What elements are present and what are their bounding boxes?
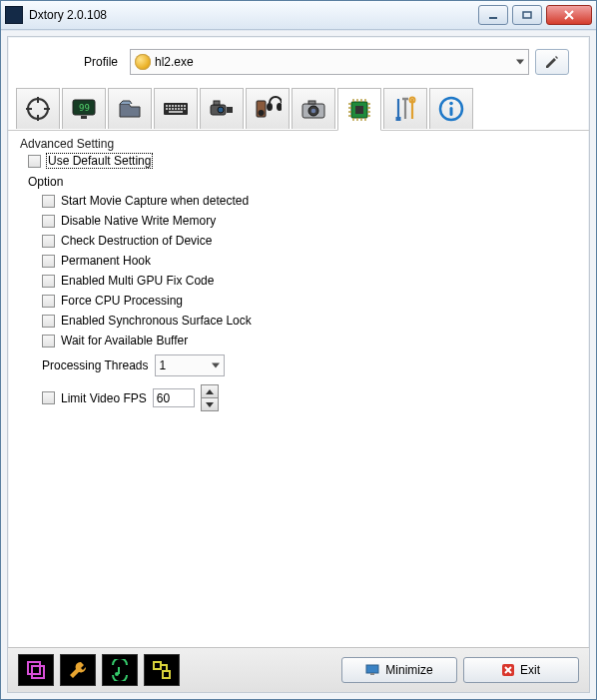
profile-value: hl2.exe (155, 55, 194, 69)
tab-info[interactable] (429, 88, 473, 129)
client-area: Profile hl2.exe (7, 36, 590, 693)
svg-point-23 (218, 107, 224, 113)
svg-point-29 (277, 103, 282, 111)
option-row-4[interactable]: Enabled Multi GPU Fix Code (20, 271, 577, 291)
svg-point-39 (449, 102, 453, 106)
svg-text:99: 99 (79, 103, 90, 113)
crosshair-icon (24, 95, 52, 123)
note-cycle-icon (109, 659, 131, 681)
svg-rect-18 (178, 108, 180, 110)
option-checkbox[interactable] (42, 195, 55, 208)
use-default-setting-label: Use Default Setting (47, 154, 152, 168)
option-label: Enabled Multi GPU Fix Code (61, 274, 214, 288)
option-row-2[interactable]: Check Destruction of Device (20, 231, 577, 251)
option-label: Enabled Synchronous Surface Lock (61, 314, 252, 328)
option-label: Wait for Available Buffer (61, 334, 188, 348)
camcorder-icon (208, 95, 236, 123)
use-default-setting-checkbox[interactable] (28, 155, 41, 168)
limit-fps-row: Limit Video FPS 60 (20, 380, 577, 415)
chip-icon (345, 96, 373, 124)
option-row-7[interactable]: Wait for Available Buffer (20, 331, 577, 350)
option-checkbox[interactable] (42, 295, 55, 308)
option-row-0[interactable]: Start Movie Capture when detected (20, 191, 577, 211)
tab-overlay[interactable]: 99 (62, 88, 106, 129)
svg-rect-41 (28, 662, 40, 674)
info-icon (437, 95, 465, 123)
svg-rect-1 (523, 12, 531, 18)
svg-rect-15 (169, 108, 171, 110)
option-checkbox[interactable] (42, 235, 55, 248)
tool-button-4[interactable] (144, 654, 180, 686)
option-row-5[interactable]: Force CPU Processing (20, 291, 577, 311)
svg-rect-7 (166, 105, 168, 107)
svg-rect-21 (169, 111, 183, 113)
group-title-advanced: Advanced Setting (20, 137, 577, 151)
titlebar[interactable]: Dxtory 2.0.108 (1, 1, 596, 30)
tab-audio[interactable] (246, 88, 290, 129)
minimize-button-label: Minimize (385, 663, 432, 677)
close-window-button[interactable] (546, 5, 592, 25)
processing-threads-row: Processing Threads 1 (20, 350, 577, 380)
option-row-3[interactable]: Permanent Hook (20, 251, 577, 271)
svg-point-32 (311, 109, 316, 114)
tab-screenshot[interactable] (292, 88, 335, 129)
svg-rect-19 (181, 108, 183, 110)
svg-rect-10 (175, 105, 177, 107)
tool-button-2[interactable] (60, 654, 96, 686)
svg-rect-17 (175, 108, 177, 110)
svg-rect-45 (163, 671, 170, 678)
window-title: Dxtory 2.0.108 (29, 8, 107, 22)
svg-rect-24 (227, 107, 233, 113)
fps-spin-down[interactable] (201, 398, 219, 411)
tab-third-party[interactable] (383, 88, 427, 129)
tab-advanced[interactable] (337, 88, 381, 131)
svg-rect-12 (181, 105, 183, 107)
tab-video[interactable] (200, 88, 244, 129)
edit-profile-button[interactable] (535, 49, 569, 75)
svg-rect-9 (172, 105, 174, 107)
tab-hotkey[interactable] (154, 88, 198, 129)
chevron-down-icon (212, 363, 220, 368)
processing-threads-select[interactable]: 1 (155, 354, 225, 376)
svg-rect-5 (81, 116, 87, 119)
tool-button-1[interactable] (18, 654, 54, 686)
svg-rect-20 (184, 108, 186, 110)
svg-rect-16 (172, 108, 174, 110)
maximize-window-button[interactable] (512, 5, 542, 25)
option-checkbox[interactable] (42, 315, 55, 328)
svg-rect-33 (308, 101, 315, 104)
tool-button-3[interactable] (102, 654, 138, 686)
minimize-button[interactable]: Minimize (341, 657, 457, 683)
svg-rect-11 (178, 105, 180, 107)
profile-row: Profile hl2.exe (8, 37, 589, 83)
processing-threads-label: Processing Threads (42, 358, 149, 372)
use-default-setting-row[interactable]: Use Default Setting (20, 151, 577, 171)
stack-icon (25, 659, 47, 681)
keyboard-icon (162, 95, 190, 123)
processing-threads-value: 1 (160, 358, 167, 372)
option-row-6[interactable]: Enabled Synchronous Surface Lock (20, 311, 577, 331)
x-red-icon (502, 664, 514, 676)
option-checkbox[interactable] (42, 215, 55, 228)
monitor-icon: 99 (70, 95, 98, 123)
profile-label: Profile (28, 55, 124, 69)
limit-fps-checkbox[interactable] (42, 391, 55, 404)
limit-fps-input[interactable]: 60 (153, 388, 195, 407)
wrench-icon (67, 659, 89, 681)
tab-folder[interactable] (108, 88, 152, 129)
option-checkbox[interactable] (42, 255, 55, 268)
svg-rect-13 (184, 105, 186, 107)
profile-select[interactable]: hl2.exe (130, 49, 529, 75)
option-checkbox[interactable] (42, 335, 55, 348)
svg-point-43 (115, 672, 119, 676)
app-window: Dxtory 2.0.108 Profile hl2.exe (0, 0, 597, 700)
tab-strip: 99 (8, 83, 589, 131)
minimize-window-button[interactable] (478, 5, 508, 25)
option-checkbox[interactable] (42, 275, 55, 288)
exit-button[interactable]: Exit (463, 657, 579, 683)
tab-target[interactable] (16, 88, 60, 129)
option-row-1[interactable]: Disable Native Write Memory (20, 211, 577, 231)
option-label: Permanent Hook (61, 254, 151, 268)
fps-spin-up[interactable] (201, 384, 219, 398)
svg-rect-35 (355, 106, 363, 114)
